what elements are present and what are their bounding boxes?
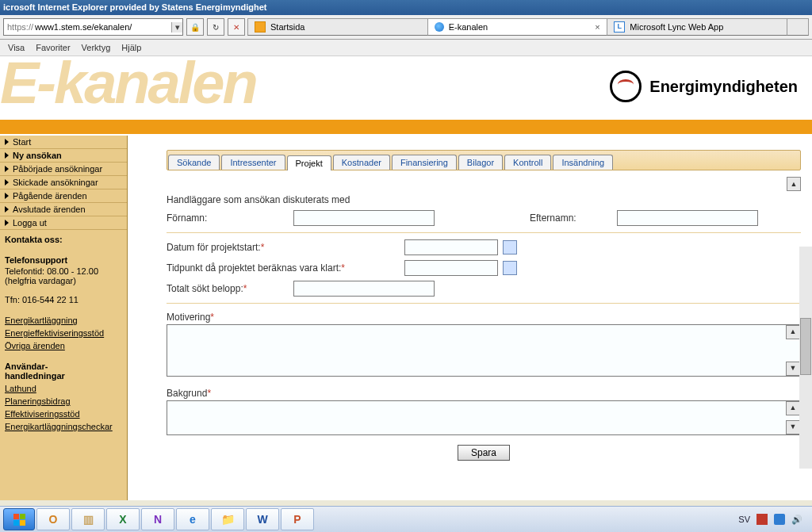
browser-tab-label: E-kanalen [449,22,488,32]
required-icon: * [207,388,211,399]
efternamn-input[interactable] [617,210,758,226]
brand-logo-icon [610,71,642,102]
link-effektiviseringsstod[interactable]: Effektiviseringsstöd [5,409,80,419]
contact-heading: Kontakta oss: [5,235,122,244]
address-dropdown-icon[interactable]: ▾ [171,22,182,33]
sidebar-contact: Kontakta oss: Telefonsupport Telefontid:… [0,230,127,434]
datepicker-icon[interactable] [503,261,517,275]
taskbar: O ▥ X N e 📁 W P SV 🔊 [0,506,812,532]
motivering-label: Motivering [167,312,210,323]
scroll-down-icon[interactable]: ▼ [786,362,800,376]
belopp-label: Totalt sökt belopp: [167,283,243,294]
tidpunkt-label: Tidpunkt då projektet beräknas vara klar… [167,262,341,274]
brand: Energimyndigheten [610,71,798,102]
bakgrund-textarea[interactable]: ▲ ▼ [167,400,801,435]
tab-insandning[interactable]: Insändning [553,155,613,170]
taskbar-folder[interactable]: 📁 [211,508,244,530]
sidebar: Start Ny ansökan Påbörjade ansökningar S… [0,136,128,500]
scroll-up-icon[interactable]: ▲ [786,401,800,415]
main-scrollbar[interactable] [799,247,812,469]
tray-volume-icon[interactable]: 🔊 [791,515,802,525]
taskbar-explorer[interactable]: ▥ [71,508,105,530]
required-icon: * [210,312,214,323]
taskbar-onenote[interactable]: N [141,508,174,530]
datum-input[interactable] [404,239,498,255]
tray-shield-icon[interactable] [774,514,785,525]
sidebar-item-paborjade[interactable]: Påbörjade ansökningar [0,163,127,176]
main: Sökande Intressenter Projekt Kostnader F… [128,136,812,500]
taskbar-excel[interactable]: X [106,508,140,530]
form-tabs: Sökande Intressenter Projekt Kostnader F… [167,150,801,170]
sidebar-item-skickade[interactable]: Skickade ansökningar [0,176,127,189]
address-url: www1.stem.se/ekanalen/ [35,22,171,32]
scroll-down-icon[interactable]: ▼ [786,420,800,434]
system-tray: SV 🔊 [732,514,809,525]
link-energikartlaggning[interactable]: Energikartläggning [5,316,78,325]
tab-projekt[interactable]: Projekt [287,155,331,170]
sidebar-item-ny-ansokan[interactable]: Ny ansökan [0,149,127,163]
phone-number: Tfn: 016-544 22 11 [5,295,122,304]
sidebar-nav: Start Ny ansökan Påbörjade ansökningar S… [0,136,127,230]
sidebar-item-avslutade[interactable]: Avslutade ärenden [0,203,127,216]
sidebar-item-label: Pågående ärenden [13,191,87,201]
new-tab-button[interactable] [787,18,809,36]
tab-bilagor[interactable]: Bilagor [458,155,503,170]
refresh-button[interactable]: ↻ [207,18,224,36]
sidebar-item-label: Avslutade ärenden [13,205,86,214]
browser-tab-startsida[interactable]: Startsida [247,18,428,36]
address-bar: https:// www1.stem.se/ekanalen/ ▾ 🔒 ↻ ✕ … [0,15,812,40]
scroll-up-icon[interactable]: ▲ [787,177,801,191]
windows-icon [13,514,25,526]
start-button[interactable] [3,508,35,530]
arrow-icon [5,166,9,172]
sidebar-item-start[interactable]: Start [0,136,127,149]
browser-tab-lync[interactable]: L Microsoft Lync Web App [607,18,787,36]
brand-name: Energimyndigheten [649,78,798,96]
tab-intressenter[interactable]: Intressenter [221,155,285,170]
belopp-input[interactable] [293,281,435,297]
tray-flag-icon[interactable] [756,514,768,525]
banner-logo-text: E-kanalen [0,56,256,110]
form-area: ▲ Handläggare som ansökan diskuterats me… [167,170,801,461]
sidebar-item-label: Start [13,137,31,147]
sidebar-item-pagaende[interactable]: Pågående ärenden [0,189,127,203]
taskbar-word[interactable]: W [246,508,279,530]
tab-sokande[interactable]: Sökande [168,155,220,170]
tab-kontroll[interactable]: Kontroll [504,155,551,170]
browser-tabstrip: Startsida E-kanalen × L Microsoft Lync W… [248,18,809,36]
phone-hours: Telefontid: 08.00 - 12.00 [5,266,122,276]
required-icon: * [341,262,345,274]
sidebar-item-logga-ut[interactable]: Logga ut [0,216,127,230]
phone-heading: Telefonsupport [5,255,122,265]
scroll-up-icon[interactable]: ▲ [786,325,800,339]
scrollbar-thumb[interactable] [800,318,811,375]
address-input[interactable]: https:// www1.stem.se/ekanalen/ ▾ [3,18,183,36]
browser-tab-label: Startsida [270,22,304,32]
taskbar-ie[interactable]: e [176,508,209,530]
tidpunkt-input[interactable] [404,260,498,276]
required-icon: * [243,283,247,294]
keyboard-layout[interactable]: SV [738,515,750,524]
handlaggare-heading: Handläggare som ansökan diskuterats med [167,194,801,205]
link-planeringsbidrag[interactable]: Planeringsbidrag [5,396,71,406]
link-lathund[interactable]: Lathund [5,384,36,393]
motivering-textarea[interactable]: ▲ ▼ [167,324,801,377]
arrow-icon [5,220,9,226]
stop-button[interactable]: ✕ [228,18,245,36]
arrow-icon [5,193,9,199]
browser-tab-ekanalen[interactable]: E-kanalen × [427,18,608,36]
tab-kostnader[interactable]: Kostnader [333,155,390,170]
link-energikartlaggningscheckar[interactable]: Energikartläggningscheckar [5,422,113,431]
link-ovriga-arenden[interactable]: Övriga ärenden [5,341,65,350]
close-tab-icon[interactable]: × [592,22,602,32]
sidebar-item-label: Ny ansökan [13,151,62,160]
link-energieffektiviseringsstod[interactable]: Energieffektiviseringsstöd [5,328,104,338]
fornamn-input[interactable] [293,210,435,226]
taskbar-powerpoint[interactable]: P [281,508,314,530]
spara-button[interactable]: Spara [458,445,510,461]
guides-heading: Användar- handledningar [5,362,122,381]
tab-finansiering[interactable]: Finansiering [392,155,457,170]
datepicker-icon[interactable] [503,240,517,255]
taskbar-outlook[interactable]: O [36,508,70,530]
favicon-icon [255,21,266,33]
